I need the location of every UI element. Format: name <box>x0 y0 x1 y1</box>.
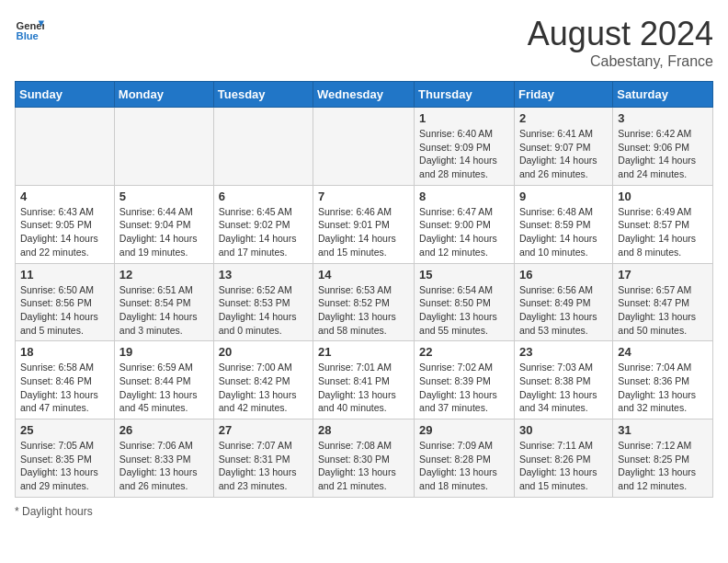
calendar-cell: 25Sunrise: 7:05 AMSunset: 8:35 PMDayligh… <box>16 419 115 498</box>
location-title: Cabestany, France <box>528 53 713 70</box>
day-info: Sunrise: 7:00 AMSunset: 8:42 PMDaylight:… <box>219 361 308 415</box>
svg-text:Blue: Blue <box>17 30 39 41</box>
day-info: Sunrise: 7:08 AMSunset: 8:30 PMDaylight:… <box>318 439 409 493</box>
calendar-cell: 31Sunrise: 7:12 AMSunset: 8:25 PMDayligh… <box>613 419 713 498</box>
day-number: 16 <box>519 268 608 282</box>
calendar-cell: 19Sunrise: 6:59 AMSunset: 8:44 PMDayligh… <box>114 341 213 419</box>
calendar-cell <box>16 108 115 186</box>
day-info: Sunrise: 7:09 AMSunset: 8:28 PMDaylight:… <box>419 439 509 493</box>
calendar-cell: 8Sunrise: 6:47 AMSunset: 9:00 PMDaylight… <box>415 185 515 263</box>
calendar-cell: 26Sunrise: 7:06 AMSunset: 8:33 PMDayligh… <box>114 419 213 498</box>
calendar-cell: 13Sunrise: 6:52 AMSunset: 8:53 PMDayligh… <box>213 263 313 341</box>
day-number: 25 <box>20 423 109 437</box>
day-number: 15 <box>419 268 509 282</box>
day-info: Sunrise: 6:46 AMSunset: 9:01 PMDaylight:… <box>318 205 409 259</box>
day-info: Sunrise: 6:54 AMSunset: 8:50 PMDaylight:… <box>419 283 509 338</box>
month-title: August 2024 <box>528 15 713 53</box>
day-number: 27 <box>219 423 308 437</box>
calendar-cell: 15Sunrise: 6:54 AMSunset: 8:50 PMDayligh… <box>415 263 515 341</box>
day-info: Sunrise: 7:02 AMSunset: 8:39 PMDaylight:… <box>419 361 509 415</box>
day-info: Sunrise: 6:43 AMSunset: 9:05 PMDaylight:… <box>20 205 109 259</box>
calendar-cell: 20Sunrise: 7:00 AMSunset: 8:42 PMDayligh… <box>213 341 313 419</box>
day-info: Sunrise: 7:06 AMSunset: 8:33 PMDaylight:… <box>119 439 209 493</box>
day-number: 18 <box>20 345 109 359</box>
calendar-cell: 4Sunrise: 6:43 AMSunset: 9:05 PMDaylight… <box>16 185 115 263</box>
day-number: 20 <box>219 345 308 359</box>
calendar-week-row: 4Sunrise: 6:43 AMSunset: 9:05 PMDaylight… <box>16 185 713 263</box>
day-info: Sunrise: 6:49 AMSunset: 8:57 PMDaylight:… <box>618 205 708 259</box>
day-number: 14 <box>318 268 409 282</box>
day-info: Sunrise: 6:42 AMSunset: 9:06 PMDaylight:… <box>618 127 708 181</box>
title-block: August 2024 Cabestany, France <box>528 15 713 70</box>
calendar-cell: 6Sunrise: 6:45 AMSunset: 9:02 PMDaylight… <box>213 185 313 263</box>
day-info: Sunrise: 7:11 AMSunset: 8:26 PMDaylight:… <box>519 439 608 493</box>
day-number: 28 <box>318 423 409 437</box>
calendar-day-header: Tuesday <box>213 82 313 108</box>
day-info: Sunrise: 7:05 AMSunset: 8:35 PMDaylight:… <box>20 439 109 493</box>
day-info: Sunrise: 7:03 AMSunset: 8:38 PMDaylight:… <box>519 361 608 415</box>
calendar-cell: 10Sunrise: 6:49 AMSunset: 8:57 PMDayligh… <box>613 185 713 263</box>
calendar-cell: 3Sunrise: 6:42 AMSunset: 9:06 PMDaylight… <box>613 108 713 186</box>
calendar-cell: 27Sunrise: 7:07 AMSunset: 8:31 PMDayligh… <box>213 419 313 498</box>
day-number: 12 <box>119 268 209 282</box>
day-info: Sunrise: 6:47 AMSunset: 9:00 PMDaylight:… <box>419 205 509 259</box>
day-number: 2 <box>519 111 608 125</box>
calendar-cell: 18Sunrise: 6:58 AMSunset: 8:46 PMDayligh… <box>16 341 115 419</box>
calendar-cell <box>313 108 415 186</box>
day-info: Sunrise: 6:59 AMSunset: 8:44 PMDaylight:… <box>119 361 209 415</box>
day-number: 9 <box>519 190 608 203</box>
calendar-cell: 12Sunrise: 6:51 AMSunset: 8:54 PMDayligh… <box>114 263 213 341</box>
day-number: 7 <box>318 190 409 203</box>
day-number: 5 <box>119 190 209 203</box>
calendar-day-header: Saturday <box>613 82 713 108</box>
calendar-table: SundayMondayTuesdayWednesdayThursdayFrid… <box>15 81 713 498</box>
calendar-cell: 17Sunrise: 6:57 AMSunset: 8:47 PMDayligh… <box>613 263 713 341</box>
day-number: 17 <box>618 268 708 282</box>
day-number: 4 <box>20 190 109 203</box>
day-info: Sunrise: 7:07 AMSunset: 8:31 PMDaylight:… <box>219 439 308 493</box>
day-info: Sunrise: 6:40 AMSunset: 9:09 PMDaylight:… <box>419 127 509 181</box>
day-info: Sunrise: 6:48 AMSunset: 8:59 PMDaylight:… <box>519 205 608 259</box>
calendar-cell: 11Sunrise: 6:50 AMSunset: 8:56 PMDayligh… <box>16 263 115 341</box>
day-number: 23 <box>519 345 608 359</box>
day-info: Sunrise: 6:44 AMSunset: 9:04 PMDaylight:… <box>119 205 209 259</box>
calendar-day-header: Friday <box>514 82 612 108</box>
page-header: General Blue August 2024 Cabestany, Fran… <box>15 15 713 70</box>
day-info: Sunrise: 6:56 AMSunset: 8:49 PMDaylight:… <box>519 283 608 338</box>
day-number: 22 <box>419 345 509 359</box>
calendar-week-row: 11Sunrise: 6:50 AMSunset: 8:56 PMDayligh… <box>16 263 713 341</box>
calendar-cell: 2Sunrise: 6:41 AMSunset: 9:07 PMDaylight… <box>514 108 612 186</box>
day-info: Sunrise: 6:45 AMSunset: 9:02 PMDaylight:… <box>219 205 308 259</box>
day-number: 19 <box>119 345 209 359</box>
day-number: 6 <box>219 190 308 203</box>
calendar-cell: 23Sunrise: 7:03 AMSunset: 8:38 PMDayligh… <box>514 341 612 419</box>
day-number: 29 <box>419 423 509 437</box>
calendar-cell: 24Sunrise: 7:04 AMSunset: 8:36 PMDayligh… <box>613 341 713 419</box>
calendar-cell: 14Sunrise: 6:53 AMSunset: 8:52 PMDayligh… <box>313 263 415 341</box>
day-info: Sunrise: 6:52 AMSunset: 8:53 PMDaylight:… <box>219 283 308 338</box>
day-number: 31 <box>618 423 708 437</box>
day-info: Sunrise: 6:51 AMSunset: 8:54 PMDaylight:… <box>119 283 209 338</box>
day-number: 8 <box>419 190 509 203</box>
calendar-week-row: 1Sunrise: 6:40 AMSunset: 9:09 PMDaylight… <box>16 108 713 186</box>
logo: General Blue <box>15 15 44 44</box>
calendar-day-header: Monday <box>114 82 213 108</box>
day-info: Sunrise: 6:50 AMSunset: 8:56 PMDaylight:… <box>20 283 109 338</box>
calendar-cell: 22Sunrise: 7:02 AMSunset: 8:39 PMDayligh… <box>415 341 515 419</box>
calendar-cell <box>213 108 313 186</box>
calendar-week-row: 25Sunrise: 7:05 AMSunset: 8:35 PMDayligh… <box>16 419 713 498</box>
day-number: 13 <box>219 268 308 282</box>
day-info: Sunrise: 7:12 AMSunset: 8:25 PMDaylight:… <box>618 439 708 493</box>
calendar-cell: 30Sunrise: 7:11 AMSunset: 8:26 PMDayligh… <box>514 419 612 498</box>
day-info: Sunrise: 6:57 AMSunset: 8:47 PMDaylight:… <box>618 283 708 338</box>
calendar-day-header: Thursday <box>415 82 515 108</box>
calendar-cell: 21Sunrise: 7:01 AMSunset: 8:41 PMDayligh… <box>313 341 415 419</box>
day-number: 1 <box>419 111 509 125</box>
calendar-day-header: Sunday <box>16 82 115 108</box>
calendar-cell: 9Sunrise: 6:48 AMSunset: 8:59 PMDaylight… <box>514 185 612 263</box>
calendar-cell: 5Sunrise: 6:44 AMSunset: 9:04 PMDaylight… <box>114 185 213 263</box>
day-number: 21 <box>318 345 409 359</box>
calendar-day-header: Wednesday <box>313 82 415 108</box>
calendar-cell <box>114 108 213 186</box>
day-number: 10 <box>618 190 708 203</box>
